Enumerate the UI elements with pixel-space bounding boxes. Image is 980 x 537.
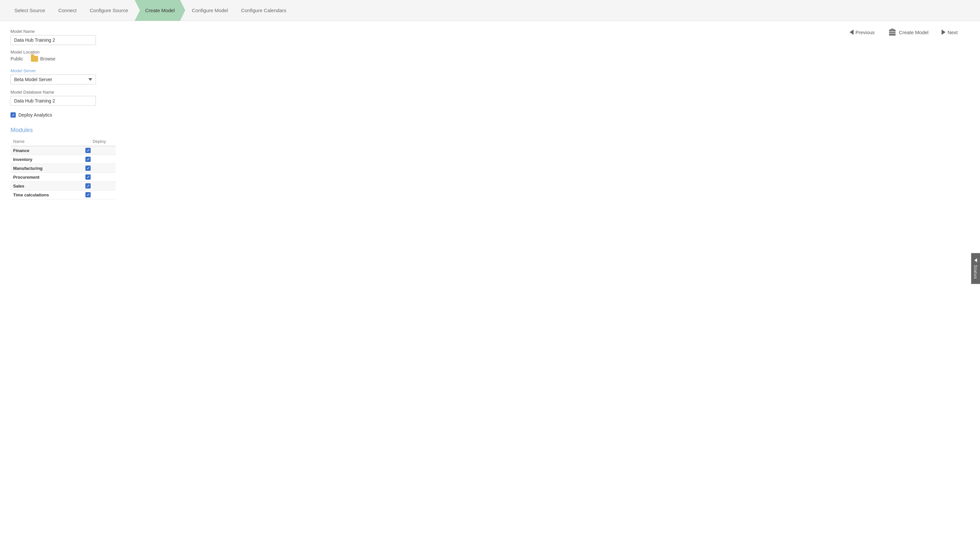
modules-title: Modules: [11, 127, 175, 134]
deploy-analytics-checkbox[interactable]: [11, 112, 16, 118]
create-model-button[interactable]: Create Model: [885, 26, 931, 38]
create-model-icon: [888, 27, 897, 37]
model-name-label: Model Name: [11, 29, 175, 34]
module-deploy-cell: [83, 146, 116, 155]
main-content: Previous Create Model Next Model Name Mo…: [0, 21, 980, 537]
module-name: Time calculations: [11, 191, 83, 199]
module-deploy-cell: [83, 155, 116, 164]
model-database-name-input[interactable]: [11, 96, 96, 106]
nav-step-configure-model[interactable]: Configure Model: [185, 0, 234, 21]
col-deploy-header: Deploy: [83, 138, 116, 146]
module-deploy-cell: [83, 182, 116, 191]
nav-step-configure-calendars[interactable]: Configure Calendars: [234, 0, 293, 21]
nav-step-configure-source[interactable]: Configure Source: [83, 0, 135, 21]
deploy-analytics-label: Deploy Analytics: [18, 112, 52, 118]
table-row: Sales: [11, 182, 116, 191]
previous-button[interactable]: Previous: [847, 28, 877, 37]
module-deploy-cell: [83, 173, 116, 182]
modules-table: Name Deploy FinanceInventoryManufacturin…: [11, 138, 116, 199]
next-button[interactable]: Next: [939, 28, 960, 37]
nav-step-select-source[interactable]: Select Source: [8, 0, 52, 21]
status-panel[interactable]: Status: [971, 253, 980, 284]
nav-step-create-model[interactable]: Create Model: [135, 0, 185, 21]
model-location-row: Public Browse: [11, 56, 175, 62]
nav-step-connect[interactable]: Connect: [52, 0, 83, 21]
col-name-header: Name: [11, 138, 83, 146]
chevron-right-icon: [942, 30, 945, 35]
deploy-analytics-row: Deploy Analytics: [11, 112, 175, 118]
status-label: Status: [973, 265, 978, 279]
svg-rect-1: [889, 32, 896, 33]
svg-rect-3: [889, 34, 896, 35]
table-row: Manufacturing: [11, 164, 116, 173]
module-name: Procurement: [11, 173, 83, 182]
modules-section: Modules Name Deploy FinanceInventoryManu…: [11, 127, 175, 199]
module-name: Finance: [11, 146, 83, 155]
table-row: Inventory: [11, 155, 116, 164]
table-row: Procurement: [11, 173, 116, 182]
browse-button[interactable]: Browse: [31, 56, 56, 62]
top-nav: Select Source Connect Configure Source C…: [0, 0, 980, 21]
model-location-label: Model Location: [11, 49, 175, 54]
form-area: Model Name Model Location Public Browse …: [11, 29, 175, 529]
module-name: Sales: [11, 182, 83, 191]
folder-icon: [31, 56, 38, 62]
model-name-input[interactable]: [11, 35, 96, 45]
module-name: Manufacturing: [11, 164, 83, 173]
action-bar: Previous Create Model Next: [847, 26, 960, 38]
chevron-left-icon: [850, 30, 854, 35]
module-deploy-checkbox[interactable]: [85, 148, 91, 153]
module-deploy-checkbox[interactable]: [85, 174, 91, 180]
status-chevron-icon: [974, 258, 977, 262]
module-deploy-checkbox[interactable]: [85, 183, 91, 188]
public-label: Public: [11, 56, 23, 61]
table-row: Finance: [11, 146, 116, 155]
model-database-name-label: Model Database Name: [11, 90, 175, 95]
module-deploy-checkbox[interactable]: [85, 166, 91, 171]
model-server-select[interactable]: Beta Model Server Alpha Model Server Pro…: [11, 75, 96, 84]
table-row: Time calculations: [11, 191, 116, 199]
module-deploy-cell: [83, 191, 116, 199]
module-deploy-checkbox[interactable]: [85, 192, 91, 198]
module-deploy-cell: [83, 164, 116, 173]
model-server-label: Model Server: [11, 69, 175, 73]
module-name: Inventory: [11, 155, 83, 164]
module-deploy-checkbox[interactable]: [85, 157, 91, 162]
